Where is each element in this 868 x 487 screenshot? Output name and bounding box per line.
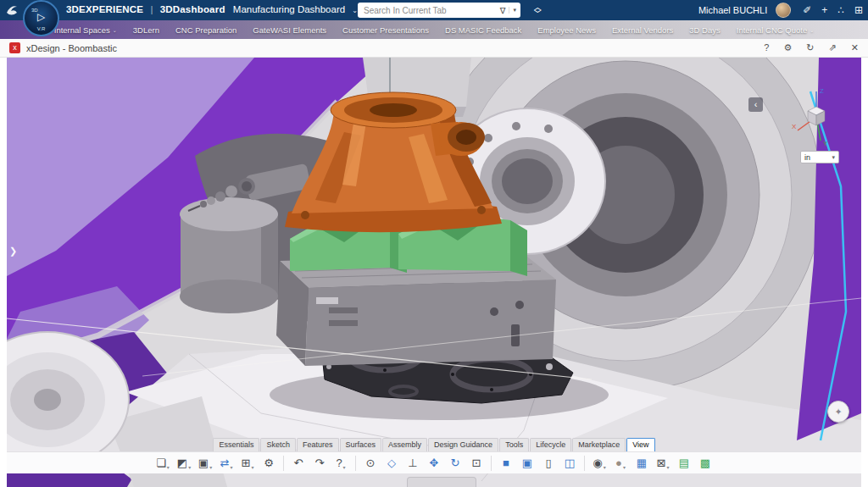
units-value: in: [804, 153, 810, 162]
search-tools-icon[interactable]: ⊙: [360, 454, 381, 473]
new-drawing-icon[interactable]: ⊞ ▾: [237, 454, 258, 473]
rotate-icon[interactable]: ↻: [445, 454, 465, 473]
dashboard-tab[interactable]: DS MASIC Feedback: [445, 25, 521, 35]
ribbon-tab-bar: EssentialsSketchFeaturesSurfacesAssembly…: [7, 438, 861, 451]
help-icon[interactable]: ? ▾: [331, 454, 351, 473]
chevron-down-icon: ▾: [604, 464, 606, 473]
viewcube-prev-button[interactable]: ‹: [748, 97, 763, 112]
dashboard-tab[interactable]: 3DLern: [133, 25, 159, 35]
dashboard-tab[interactable]: CNC Preparation: [175, 25, 236, 35]
chevron-down-icon[interactable]: ▾: [509, 7, 516, 14]
pen-icon[interactable]: ✐: [803, 4, 811, 16]
render-icon[interactable]: ▩: [695, 454, 715, 473]
update-sync-icon[interactable]: ⇄ ▾: [216, 454, 236, 473]
view-cube[interactable]: Z X Y: [790, 83, 843, 147]
insert-component-icon[interactable]: ❏ ▾: [153, 454, 173, 473]
dashboard-tab[interactable]: Customer Presentations: [342, 25, 429, 35]
assistant-button[interactable]: ✦: [827, 401, 849, 423]
apps-grid-icon[interactable]: ⊞: [854, 4, 863, 16]
toolbar-icon: ⚙: [264, 457, 274, 468]
3d-viewport[interactable]: ‹ Z X Y in ▾ ❯ ✦ EssentialsSketchFeature…: [7, 58, 861, 487]
filter-icon[interactable]: ∇: [500, 6, 506, 15]
ribbon-tab[interactable]: Assembly: [382, 438, 427, 451]
chevron-down-icon: ⌄: [810, 27, 814, 33]
close-icon[interactable]: ✕: [851, 42, 859, 53]
user-name[interactable]: Michael BUCHLI: [698, 5, 767, 15]
chevron-down-icon: ▾: [343, 464, 346, 473]
expand-panel-arrow[interactable]: ❯: [9, 246, 17, 257]
axis-system-icon[interactable]: ⊥: [403, 454, 423, 473]
ribbon-tab[interactable]: View: [626, 438, 654, 451]
dashboard-tab-label: Internal Spaces: [54, 25, 110, 35]
avatar[interactable]: [776, 3, 791, 18]
add-icon[interactable]: +: [821, 4, 827, 16]
shaded-view-icon[interactable]: ■: [496, 454, 516, 473]
ribbon-tab[interactable]: Sketch: [260, 438, 296, 451]
chevron-down-icon: ⌄: [113, 27, 117, 33]
dashboard-tab-label: Customer Presentations: [342, 25, 429, 35]
search-bar[interactable]: ∇ ▾: [358, 3, 520, 18]
units-dropdown[interactable]: in ▾: [800, 151, 839, 163]
ribbon-tab[interactable]: Tools: [499, 438, 529, 451]
toolbar-icon: ▣: [198, 457, 209, 468]
dashboard-tab-label: 3DLern: [133, 25, 159, 35]
toolbar-icon: ✥: [430, 457, 439, 468]
help-icon[interactable]: ?: [764, 42, 769, 53]
snap-icon[interactable]: ⊠ ▾: [653, 454, 673, 473]
share-icon[interactable]: ∴: [837, 4, 844, 16]
dashboard-title[interactable]: Manufacturing Dashboard: [233, 4, 345, 14]
grid-icon[interactable]: ▦: [632, 454, 652, 473]
hide-show-icon[interactable]: ◉ ▾: [589, 454, 609, 473]
rotary-drum[interactable]: [180, 197, 278, 313]
brand-3dexperience: 3DEXPERIENCE: [66, 4, 143, 14]
chevron-down-icon: ▾: [832, 154, 835, 161]
dashboard-tab[interactable]: Internal CNC Quote ⌄: [737, 25, 814, 35]
toolbar-icon: ▯: [545, 457, 551, 468]
dashboard-tab[interactable]: Internal Spaces ⌄: [54, 25, 117, 35]
settings-gear-icon[interactable]: ⚙: [783, 42, 792, 53]
collapsed-panel-handle[interactable]: [407, 477, 476, 487]
toolbar-icon: ⇄: [220, 457, 230, 468]
top-bar-right: Michael BUCHLI ✐+∴⊞: [698, 0, 863, 20]
toolbar-icon: ▤: [679, 457, 689, 468]
shaded-edges-view-icon[interactable]: ▣: [517, 454, 537, 473]
dashboard-tab[interactable]: Employee News: [537, 25, 596, 35]
redo-icon[interactable]: ↷: [309, 454, 330, 473]
ribbon-tab[interactable]: Surfaces: [340, 438, 382, 451]
select-box-icon[interactable]: ◇: [381, 454, 402, 473]
dashboard-tab-bar: Internal Spaces ⌄ 3DLern CNC Preparation…: [0, 20, 868, 39]
save-icon[interactable]: ▣ ▾: [195, 454, 215, 473]
toolbar-icon: ?: [336, 457, 342, 468]
section-view-icon[interactable]: ◫: [559, 454, 580, 473]
new-part-icon[interactable]: ◩ ▾: [174, 454, 194, 473]
dashboard-tab[interactable]: GateWASI Elements: [253, 25, 326, 35]
3dexperience-compass-logo[interactable]: 3D ▷ V.R: [23, 0, 59, 36]
toolbar-icon: ❏: [156, 457, 166, 468]
ribbon-tab[interactable]: Features: [297, 438, 339, 451]
brand-3ddashboard[interactable]: 3DDashboard: [160, 4, 225, 14]
wireframe-view-icon[interactable]: ▯: [538, 454, 559, 473]
dashboard-tab[interactable]: 3D Days: [689, 25, 720, 35]
toolbar-icon: ▩: [700, 457, 710, 468]
toolbar-icon: ◫: [565, 457, 575, 468]
capture-icon[interactable]: ▤: [674, 454, 694, 473]
search-input[interactable]: [362, 5, 500, 16]
popout-icon[interactable]: ⇗: [829, 42, 837, 53]
material-icon[interactable]: ● ▾: [610, 454, 631, 473]
action-bar: ❏ ▾ ◩ ▾ ▣ ▾ ⇄ ▾ ⊞ ▾ ⚙: [7, 451, 861, 473]
move-icon[interactable]: ✥: [424, 454, 444, 473]
dashboard-tab[interactable]: External Vendors: [612, 25, 673, 35]
tag-icon[interactable]: ◊: [531, 8, 543, 13]
undo-icon[interactable]: ↶: [288, 454, 309, 473]
settings-gear-icon[interactable]: ⚙: [259, 454, 279, 473]
dashboard-tab-label: 3D Days: [689, 25, 720, 35]
ribbon-tab[interactable]: Marketplace: [572, 438, 626, 451]
refresh-icon[interactable]: ↻: [806, 42, 814, 53]
chevron-down-icon: ▾: [209, 464, 212, 473]
cnc-machine-scene[interactable]: [7, 58, 861, 487]
toolbar-separator: [491, 456, 492, 471]
ribbon-tab[interactable]: Essentials: [213, 438, 259, 451]
zoom-fit-icon[interactable]: ⊡: [466, 454, 487, 473]
ribbon-tab[interactable]: Lifecycle: [530, 438, 571, 451]
ribbon-tab[interactable]: Design Guidance: [428, 438, 498, 451]
